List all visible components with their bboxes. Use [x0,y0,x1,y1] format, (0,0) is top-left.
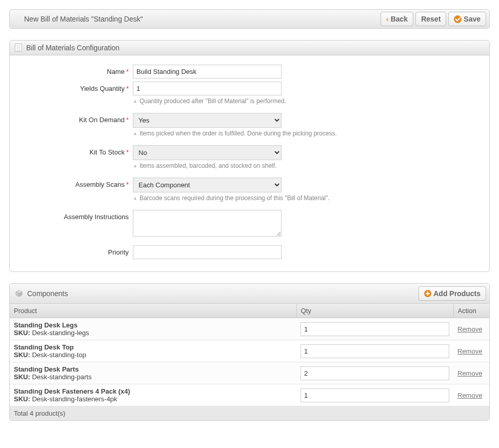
add-products-button[interactable]: Add Products [418,286,486,301]
qty-input[interactable] [301,322,449,336]
kit-demand-select[interactable]: Yes [133,113,282,128]
back-label: Back [391,15,408,23]
kit-stock-help: ▲Items assembled, barcoded, and stocked … [133,162,478,169]
product-sku: SKU: Desk-standing-legs [14,329,292,337]
qty-cell [296,384,453,406]
table-row: Standing Desk Legs SKU: Desk-standing-le… [10,318,489,340]
components-footer: Total 4 product(s) [10,406,489,420]
product-name: Standing Desk Fasteners 4 Pack (x4) [14,387,292,395]
remove-link[interactable]: Remove [457,325,482,333]
action-cell: Remove [453,318,489,340]
page-title: New Bill of Materials "Standing Desk" [24,15,378,23]
col-qty: Qty [296,304,453,318]
kit-demand-help: ▲Items picked when the order is fulfille… [133,130,478,137]
reset-label: Reset [421,15,441,23]
cube-icon [15,290,23,297]
qty-input[interactable] [301,388,449,402]
save-button[interactable]: Save [448,12,486,26]
remove-link[interactable]: Remove [457,347,482,355]
action-cell: Remove [453,340,489,362]
name-input[interactable] [133,65,282,79]
product-sku: SKU: Desk-standing-top [14,351,292,359]
table-row: Standing Desk Fasteners 4 Pack (x4) SKU:… [10,384,489,406]
yields-input[interactable] [133,82,282,95]
instructions-label: Assembly Instructions [21,210,133,221]
add-products-label: Add Products [433,289,481,298]
triangle-up-icon: ▲ [133,196,137,201]
remove-link[interactable]: Remove [457,392,482,399]
product-cell: Standing Desk Parts SKU: Desk-standing-p… [10,362,296,384]
components-panel-header: Components Add Products [10,284,489,304]
triangle-up-icon: ▲ [133,99,137,104]
table-row: Standing Desk Top SKU: Desk-standing-top… [10,340,489,362]
qty-cell [296,318,453,340]
kit-stock-label: Kit To Stock* [21,145,133,156]
reset-button[interactable]: Reset [415,12,446,26]
yields-label: Yields Quantity* [21,82,133,92]
components-title: Components [27,289,68,298]
kit-demand-label: Kit On Demand* [21,113,133,124]
product-sku: SKU: Desk-standing-parts [14,373,292,381]
product-name: Standing Desk Parts [14,365,292,373]
scans-select[interactable]: Each Component [133,178,282,192]
yields-help: ▲Quantity produced after "Bill of Materi… [133,98,478,105]
instructions-textarea[interactable] [133,210,282,237]
back-button[interactable]: ‹ Back [381,12,413,26]
chevron-left-icon: ‹ [386,15,389,23]
triangle-up-icon: ▲ [133,131,137,136]
priority-label: Priority [21,245,133,256]
kit-stock-select[interactable]: No [133,145,282,160]
col-product: Product [10,304,296,318]
page-header-bar: New Bill of Materials "Standing Desk" ‹ … [9,9,490,29]
name-label: Name* [21,65,133,75]
scans-label: Assembly Scans* [21,178,133,188]
required-icon: * [126,116,129,124]
required-icon: * [126,148,129,156]
checkmark-icon [454,15,462,23]
remove-link[interactable]: Remove [457,369,482,377]
action-cell: Remove [453,384,489,406]
document-icon [15,44,22,52]
qty-cell [296,362,453,384]
config-panel-title: Bill of Materials Configuration [26,44,119,52]
action-cell: Remove [453,362,489,384]
product-cell: Standing Desk Fasteners 4 Pack (x4) SKU:… [10,384,296,406]
qty-input[interactable] [301,366,449,380]
triangle-up-icon: ▲ [133,163,137,168]
components-panel: Components Add Products Product Qty Acti… [9,283,490,421]
required-icon: * [126,85,129,92]
plus-icon [424,290,431,297]
priority-input[interactable] [133,245,282,259]
required-icon: * [126,181,129,188]
product-cell: Standing Desk Legs SKU: Desk-standing-le… [10,318,296,340]
qty-input[interactable] [301,344,449,358]
scans-help: ▲Barcode scans required during the proce… [133,194,478,202]
product-name: Standing Desk Legs [14,321,292,329]
product-cell: Standing Desk Top SKU: Desk-standing-top [10,340,296,362]
config-panel-body: Name* Yields Quantity* ▲Quantity produce… [10,55,489,271]
col-action: Action [453,304,489,318]
config-panel-header: Bill of Materials Configuration [10,41,489,55]
product-name: Standing Desk Top [14,343,292,351]
save-label: Save [464,15,481,23]
product-sku: SKU: Desk-standing-fasteners-4pk [14,395,292,403]
qty-cell [296,340,453,362]
config-panel: Bill of Materials Configuration Name* Yi… [9,40,490,272]
required-icon: * [126,68,129,75]
components-table: Product Qty Action Standing Desk Legs SK… [10,304,489,406]
table-row: Standing Desk Parts SKU: Desk-standing-p… [10,362,489,384]
